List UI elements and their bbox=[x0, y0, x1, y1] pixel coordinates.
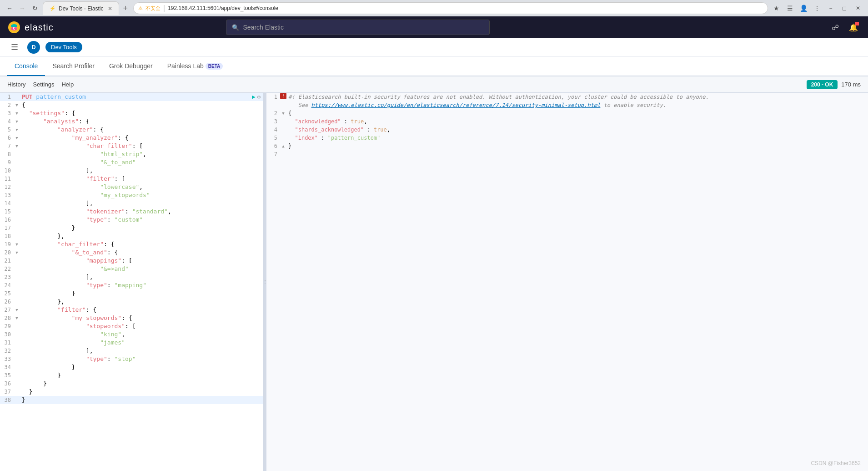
back-button[interactable]: ← bbox=[4, 2, 15, 14]
fold-gutter-28[interactable]: ▼ bbox=[14, 314, 20, 322]
notifications-button[interactable]: 🔔 bbox=[846, 20, 861, 35]
line-number-30: 30 bbox=[0, 330, 14, 339]
tab-close-icon[interactable]: ✕ bbox=[108, 5, 112, 12]
fold-gutter-24 bbox=[14, 281, 20, 289]
forward-button[interactable]: → bbox=[16, 2, 28, 14]
code-line-29: 29 "stopwords": [ bbox=[0, 322, 263, 330]
code-line-5: 5 ▼ "analyzer": { bbox=[0, 126, 263, 134]
output-content-7 bbox=[286, 150, 868, 158]
reload-button[interactable]: ↻ bbox=[29, 2, 41, 14]
code-line-7: 7 ▼ "char_filter": [ bbox=[0, 142, 263, 150]
address-bar-container[interactable]: ⚠ 不安全 | bbox=[133, 2, 768, 14]
code-line-35: 35 } bbox=[0, 371, 263, 380]
line-content-10: ], bbox=[20, 167, 263, 175]
wrench-icon[interactable]: ⚙ bbox=[257, 93, 261, 101]
header-right-actions: ☍ 🔔 bbox=[828, 20, 861, 35]
elastic-wordmark: elastic bbox=[25, 22, 54, 33]
line-number-23: 23 bbox=[0, 273, 14, 281]
line-number-12: 12 bbox=[0, 183, 14, 191]
code-line-19: 19 ▼ "char_filter": { bbox=[0, 240, 263, 248]
browser-chrome: ← → ↻ ⚡ Dev Tools - Elastic ✕ + ⚠ 不安全 | … bbox=[0, 0, 868, 16]
settings-button[interactable]: Settings bbox=[33, 81, 54, 88]
restore-button[interactable]: ◻ bbox=[838, 2, 851, 15]
tab-grok-debugger[interactable]: Grok Debugger bbox=[102, 57, 160, 76]
output-line-5: 5 "index" : "pattern_custom" bbox=[266, 134, 868, 142]
line-content-6: "my_analyzer": { bbox=[20, 134, 263, 142]
code-line-38: 38 } bbox=[0, 396, 263, 404]
profile-button[interactable]: 👤 bbox=[797, 2, 810, 15]
line-number-14: 14 bbox=[0, 199, 14, 208]
fold-gutter-19[interactable]: ▼ bbox=[14, 240, 20, 248]
address-input[interactable] bbox=[168, 5, 763, 11]
line-number-3: 3 bbox=[0, 109, 14, 117]
active-tab[interactable]: ⚡ Dev Tools - Elastic ✕ bbox=[43, 1, 119, 15]
output-line-number-7: 7 bbox=[266, 150, 280, 158]
line-content-4: "analysis": { bbox=[20, 117, 263, 126]
line-number-32: 32 bbox=[0, 347, 14, 355]
line-number-29: 29 bbox=[0, 322, 14, 330]
line-number-17: 17 bbox=[0, 224, 14, 232]
secondary-toolbar: ☰ D Dev Tools bbox=[0, 38, 868, 56]
fold-gutter-31 bbox=[14, 339, 20, 347]
fold-gutter-18 bbox=[14, 232, 20, 240]
fold-gutter-38 bbox=[14, 396, 20, 404]
user-avatar[interactable]: D bbox=[27, 41, 40, 54]
line-content-23: ], bbox=[20, 273, 263, 281]
help-button[interactable]: Help bbox=[61, 81, 74, 88]
security-warning-icon: ⚠ bbox=[138, 5, 143, 11]
fold-gutter-27[interactable]: ▼ bbox=[14, 306, 20, 314]
security-url-link[interactable]: https://www.elastic.co/guide/en/elastics… bbox=[311, 102, 601, 108]
line-number-18: 18 bbox=[0, 232, 14, 240]
fold-gutter-3[interactable]: ▼ bbox=[14, 109, 20, 117]
tab-search-profiler[interactable]: Search Profiler bbox=[45, 57, 102, 76]
fold-gutter-35 bbox=[14, 371, 20, 380]
search-icon: 🔍 bbox=[232, 24, 239, 31]
code-line-9: 9 "&_to_and" bbox=[0, 158, 263, 167]
code-line-34: 34 } bbox=[0, 363, 263, 371]
fold-gutter-4[interactable]: ▼ bbox=[14, 117, 20, 126]
line-content-28: "my_stopwords": { bbox=[20, 314, 263, 322]
global-search-button[interactable]: ☍ bbox=[828, 20, 843, 35]
line-number-1: 1 bbox=[0, 93, 14, 101]
fold-gutter-7[interactable]: ▼ bbox=[14, 142, 20, 150]
beta-badge: BETA bbox=[206, 63, 223, 70]
fold-gutter-17 bbox=[14, 224, 20, 232]
fold-gutter-6[interactable]: ▼ bbox=[14, 134, 20, 142]
line-content-19: "char_filter": { bbox=[20, 240, 263, 248]
output-fold-7 bbox=[280, 150, 286, 158]
extensions-button[interactable]: ☰ bbox=[783, 2, 796, 15]
output-fold-6[interactable]: ▲ bbox=[280, 142, 286, 150]
bookmark-button[interactable]: ★ bbox=[770, 2, 783, 15]
search-placeholder-text: Search Elastic bbox=[243, 24, 283, 31]
tab-painless-lab[interactable]: Painless Lab BETA bbox=[160, 57, 231, 76]
code-line-32: 32 ], bbox=[0, 347, 263, 355]
line-content-7: "char_filter": [ bbox=[20, 142, 263, 150]
line-number-15: 15 bbox=[0, 208, 14, 216]
minimize-button[interactable]: − bbox=[824, 2, 837, 15]
fold-gutter-33 bbox=[14, 355, 20, 363]
menu-button[interactable]: ⋮ bbox=[811, 2, 823, 15]
code-line-31: 31 "james" bbox=[0, 339, 263, 347]
output-line-4: 4 "shards_acknowledged" : true, bbox=[266, 126, 868, 134]
fold-gutter-20[interactable]: ▼ bbox=[14, 248, 20, 257]
toolbar-right-status: 200 - OK 170 ms bbox=[807, 80, 861, 89]
run-icon[interactable]: ▶ bbox=[252, 93, 256, 101]
hamburger-menu-button[interactable]: ☰ bbox=[7, 40, 22, 55]
new-tab-button[interactable]: + bbox=[119, 1, 131, 15]
fold-gutter-5[interactable]: ▼ bbox=[14, 126, 20, 134]
output-content-5: "index" : "pattern_custom" bbox=[286, 134, 868, 142]
line-number-20: 20 bbox=[0, 248, 14, 257]
tab-console[interactable]: Console bbox=[7, 57, 45, 76]
output-fold-2[interactable]: ▼ bbox=[280, 109, 286, 117]
response-time: 170 ms bbox=[841, 81, 861, 88]
elastic-logo[interactable]: e elastic bbox=[7, 20, 54, 34]
line-number-16: 16 bbox=[0, 216, 14, 224]
fold-gutter-2[interactable]: ▼ bbox=[14, 101, 20, 109]
dev-tools-badge[interactable]: Dev Tools bbox=[45, 42, 82, 52]
line-content-20: "&_to_and": { bbox=[20, 248, 263, 257]
close-button[interactable]: ✕ bbox=[852, 2, 864, 15]
history-button[interactable]: History bbox=[7, 81, 25, 88]
line-number-19: 19 bbox=[0, 240, 14, 248]
fold-gutter-30 bbox=[14, 330, 20, 339]
search-bar[interactable]: 🔍 Search Elastic bbox=[226, 20, 490, 35]
